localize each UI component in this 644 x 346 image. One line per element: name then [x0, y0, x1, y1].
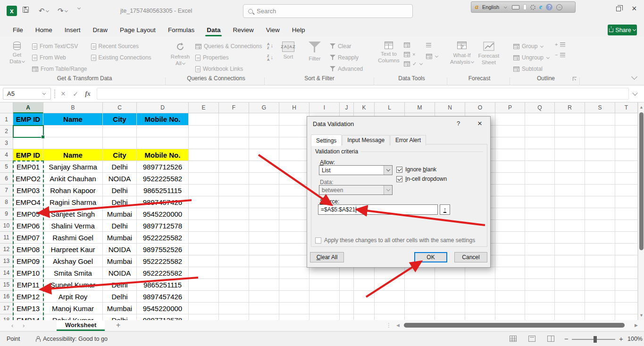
row-header-7[interactable]: 7	[0, 185, 13, 196]
cell-R17[interactable]	[555, 303, 585, 314]
cell-T11[interactable]	[615, 232, 638, 244]
cell-D3[interactable]	[137, 137, 189, 149]
row-header-13[interactable]: 13	[0, 255, 13, 267]
vertical-scrollbar[interactable]: ▲ ▼	[638, 102, 644, 320]
cell-R7[interactable]	[555, 185, 585, 196]
cell-A4[interactable]: EMP ID	[13, 149, 43, 161]
cell-T8[interactable]	[615, 196, 638, 208]
column-header-I[interactable]: I	[309, 102, 340, 113]
cell-A3[interactable]	[13, 137, 43, 149]
select-all-corner[interactable]	[0, 102, 13, 113]
cell-S15[interactable]	[585, 279, 615, 291]
cell-H5[interactable]	[279, 161, 309, 173]
sort-az-button[interactable]: AZ↓	[267, 42, 273, 50]
cell-C11[interactable]: Mumbai	[103, 232, 137, 244]
text-to-columns-button[interactable]: Text toColumns	[377, 40, 400, 64]
zoom-in-button[interactable]: +	[619, 335, 623, 343]
cell-B17[interactable]: Manoj Kumar	[43, 303, 103, 314]
cell-C12[interactable]: NOIDA	[103, 244, 137, 255]
reapply-button[interactable]: Reapply	[330, 52, 363, 63]
cell-S6[interactable]	[585, 173, 615, 185]
cell-F2[interactable]	[219, 126, 249, 137]
cell-M16[interactable]	[405, 291, 435, 303]
cell-P16[interactable]	[495, 291, 525, 303]
cell-C8[interactable]: Delhi	[103, 196, 137, 208]
cell-P3[interactable]	[495, 137, 525, 149]
cell-D16[interactable]: 9897457426	[137, 291, 189, 303]
cell-S2[interactable]	[585, 126, 615, 137]
cell-E6[interactable]	[189, 173, 219, 185]
cell-F18[interactable]	[219, 314, 249, 320]
column-header-D[interactable]: D	[137, 102, 189, 113]
cell-H12[interactable]	[279, 244, 309, 255]
cell-Q6[interactable]	[525, 173, 555, 185]
cell-N18[interactable]	[435, 314, 465, 320]
column-header-E[interactable]: E	[189, 102, 219, 113]
horizontal-scrollbar[interactable]: ◀ ▶	[396, 321, 638, 329]
row-header-6[interactable]: 6	[0, 173, 13, 185]
cell-D5[interactable]: 9897712526	[137, 161, 189, 173]
menu-tab-view[interactable]: View	[260, 23, 286, 37]
next-sheet-icon[interactable]: ›	[23, 322, 25, 329]
accessibility-status[interactable]: Accessibility: Good to go	[35, 336, 108, 342]
browser-e-icon[interactable]: e	[539, 3, 542, 11]
save-button[interactable]	[23, 7, 29, 13]
menu-tab-draw[interactable]: Draw	[87, 23, 114, 37]
cell-D7[interactable]: 9865251115	[137, 185, 189, 196]
cell-C13[interactable]: Mumbai	[103, 255, 137, 267]
cell-H3[interactable]	[279, 137, 309, 149]
search-input[interactable]: Search	[243, 4, 413, 18]
get-data-button[interactable]: GetData	[6, 40, 28, 65]
cell-E8[interactable]	[189, 196, 219, 208]
cell-T5[interactable]	[615, 161, 638, 173]
keyboard-icon[interactable]	[512, 5, 519, 9]
cell-Q1[interactable]	[525, 113, 555, 126]
cell-P8[interactable]	[495, 196, 525, 208]
cell-Q15[interactable]	[525, 279, 555, 291]
cell-G2[interactable]	[249, 126, 279, 137]
cell-E18[interactable]	[189, 314, 219, 320]
from-web-button[interactable]: From Web	[32, 52, 87, 63]
cell-B8[interactable]: Ragini Sharma	[43, 196, 103, 208]
cell-L18[interactable]	[375, 314, 405, 320]
what-if-analysis-button[interactable]: ? What-IfAnalysis	[450, 40, 474, 66]
page-layout-view-button[interactable]	[528, 336, 535, 342]
tab-settings[interactable]: Settings	[311, 135, 342, 146]
zoom-out-button[interactable]: −	[564, 335, 569, 343]
cell-B12[interactable]: Harpreet Kaur	[43, 244, 103, 255]
cell-B7[interactable]: Rohan Kapoor	[43, 185, 103, 196]
cell-N15[interactable]	[435, 279, 465, 291]
cell-G1[interactable]	[249, 113, 279, 126]
from-table-range-button[interactable]: From Table/Range	[32, 63, 87, 75]
cell-T14[interactable]	[615, 267, 638, 279]
sort-za-button[interactable]: ZA↓	[267, 54, 273, 61]
ignore-blank-checkbox[interactable]	[396, 167, 402, 173]
row-header-18[interactable]: 18	[0, 314, 13, 320]
cell-Q18[interactable]	[525, 314, 555, 320]
cell-J17[interactable]	[340, 303, 354, 314]
row-header-14[interactable]: 14	[0, 267, 13, 279]
cancel-entry-button[interactable]: ×	[58, 88, 69, 100]
cell-E3[interactable]	[189, 137, 219, 149]
cell-J15[interactable]	[340, 279, 354, 291]
cell-D14[interactable]: 9522225582	[137, 267, 189, 279]
cell-H17[interactable]	[279, 303, 309, 314]
row-header-3[interactable]: 3	[0, 137, 13, 149]
expand-formula-bar-icon[interactable]	[632, 90, 637, 95]
cell-G4[interactable]	[249, 149, 279, 161]
cell-N16[interactable]	[435, 291, 465, 303]
scroll-down-icon[interactable]: ▼	[639, 313, 644, 318]
cell-Q14[interactable]	[525, 267, 555, 279]
cell-R1[interactable]	[555, 113, 585, 126]
properties-button[interactable]: Properties	[195, 52, 262, 63]
cell-T17[interactable]	[615, 303, 638, 314]
cell-C14[interactable]: NOIDA	[103, 267, 137, 279]
cell-P14[interactable]	[495, 267, 525, 279]
group-button[interactable]: Group	[513, 41, 549, 52]
cell-C1[interactable]: City	[103, 113, 137, 126]
cell-J18[interactable]	[340, 314, 354, 320]
cell-D9[interactable]: 9545220000	[137, 208, 189, 220]
cell-G12[interactable]	[249, 244, 279, 255]
cell-D18[interactable]: 9897712578	[137, 314, 189, 320]
cell-Q12[interactable]	[525, 244, 555, 255]
